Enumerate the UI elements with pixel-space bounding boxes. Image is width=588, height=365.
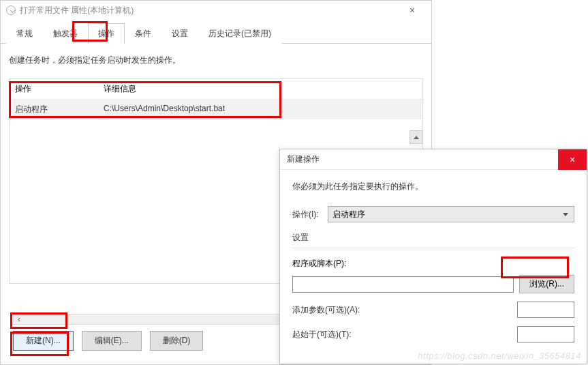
title-bar: 打开常用文件 属性(本地计算机) ×	[1, 1, 431, 20]
browse-button[interactable]: 浏览(R)...	[519, 275, 574, 293]
edit-button[interactable]: 编辑(E)...	[82, 331, 142, 351]
col-detail-header[interactable]: 详细信息	[98, 79, 422, 99]
args-input[interactable]	[517, 302, 574, 318]
table-row[interactable]: 启动程序 C:\Users\Admin\Desktop\start.bat	[10, 100, 422, 119]
close-icon[interactable]: ×	[399, 5, 426, 16]
dialog-close-icon[interactable]: ×	[558, 149, 587, 170]
action-select-value: 启动程序	[332, 209, 365, 220]
new-button[interactable]: 新建(N)...	[13, 331, 74, 351]
settings-fieldset-label: 设置	[292, 232, 574, 244]
right-empty-panel	[432, 0, 588, 150]
table-header: 操作 详细信息	[10, 79, 422, 100]
col-action-header[interactable]: 操作	[10, 79, 98, 99]
args-row: 添加参数(可选)(A):	[292, 302, 574, 318]
startin-row: 起始于(可选)(T):	[292, 326, 574, 342]
clock-icon	[6, 5, 16, 15]
tab-settings[interactable]: 设置	[161, 23, 198, 44]
action-label: 操作(I):	[292, 209, 328, 220]
program-input-row: 浏览(R)...	[292, 275, 574, 293]
program-label: 程序或脚本(P):	[292, 259, 346, 268]
window-title: 打开常用文件 属性(本地计算机)	[20, 5, 399, 16]
args-label: 添加参数(可选)(A):	[292, 304, 367, 316]
tab-conditions[interactable]: 条件	[125, 23, 161, 44]
scroll-left-icon[interactable]: ‹	[14, 315, 25, 324]
content-description: 创建任务时，必须指定任务启动时发生的操作。	[9, 55, 423, 66]
tab-bar: 常规 触发器 操作 条件 设置 历史记录(已禁用)	[1, 23, 431, 44]
tab-actions[interactable]: 操作	[88, 23, 125, 44]
button-row: 新建(N)... 编辑(E)... 删除(D)	[13, 331, 203, 351]
dialog-description: 你必须为此任务指定要执行的操作。	[292, 181, 574, 192]
program-input[interactable]	[292, 276, 514, 293]
dialog-title: 新建操作	[287, 154, 558, 165]
dialog-title-bar: 新建操作 ×	[280, 149, 587, 170]
dialog-body: 你必须为此任务指定要执行的操作。 操作(I): 启动程序 设置 程序或脚本(P)…	[280, 170, 587, 362]
watermark: https://blog.csdn.net/weixin_35654814	[418, 351, 581, 361]
action-select[interactable]: 启动程序	[328, 206, 574, 222]
cell-detail: C:\Users\Admin\Desktop\start.bat	[98, 100, 422, 119]
program-label-row: 程序或脚本(P):	[292, 258, 574, 269]
settings-fieldset: 程序或脚本(P): 浏览(R)... 添加参数(可选)(A): 起始于(可选)(…	[292, 248, 574, 342]
tab-history[interactable]: 历史记录(已禁用)	[198, 23, 281, 44]
tab-triggers[interactable]: 触发器	[43, 23, 88, 44]
startin-input[interactable]	[517, 326, 574, 342]
delete-button[interactable]: 删除(D)	[150, 331, 204, 351]
startin-label: 起始于(可选)(T):	[292, 329, 367, 340]
scroll-up-button[interactable]	[409, 130, 423, 144]
action-row: 操作(I): 启动程序	[292, 206, 574, 222]
new-action-dialog: 新建操作 × 你必须为此任务指定要执行的操作。 操作(I): 启动程序 设置 程…	[279, 149, 587, 364]
tab-general[interactable]: 常规	[6, 23, 43, 44]
cell-action: 启动程序	[10, 100, 98, 119]
